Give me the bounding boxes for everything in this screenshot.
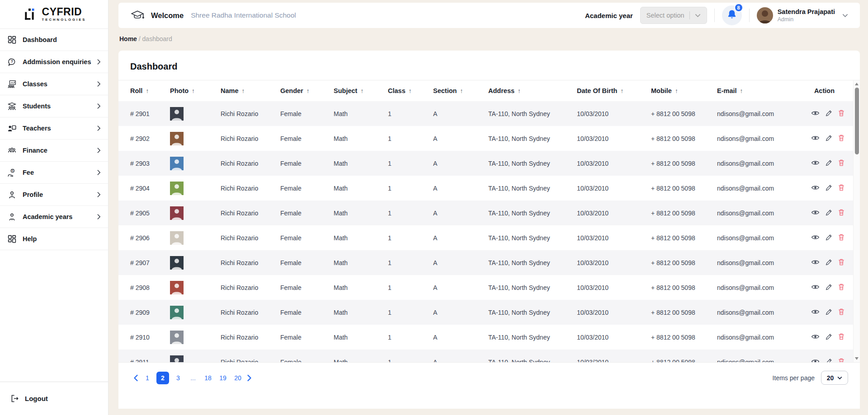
column-header-e-mail[interactable]: E-mail↑ bbox=[717, 80, 803, 101]
edit-button[interactable] bbox=[826, 110, 832, 118]
cell-roll: # 2907 bbox=[118, 250, 170, 275]
cell-mobile: + 8812 00 5098 bbox=[651, 201, 717, 225]
sidebar-item-help[interactable]: Help bbox=[0, 228, 108, 250]
delete-button[interactable] bbox=[838, 358, 844, 363]
next-page-button[interactable] bbox=[244, 374, 255, 382]
trash-icon bbox=[838, 283, 844, 292]
column-header-section[interactable]: Section↑ bbox=[433, 80, 488, 101]
delete-button[interactable] bbox=[838, 233, 844, 242]
cell-photo bbox=[170, 225, 221, 250]
hand-coin-icon: $ bbox=[7, 168, 17, 177]
scrollbar-down-arrow-icon[interactable] bbox=[855, 357, 859, 360]
scrollbar-up-arrow-icon[interactable] bbox=[855, 83, 859, 85]
view-button[interactable] bbox=[811, 359, 820, 363]
delete-button[interactable] bbox=[838, 209, 844, 217]
notifications-button[interactable]: 8 bbox=[722, 5, 742, 25]
column-header-gender[interactable]: Gender↑ bbox=[280, 80, 334, 101]
edit-button[interactable] bbox=[826, 234, 832, 242]
view-button[interactable] bbox=[811, 309, 820, 316]
page-button-3[interactable]: 3 bbox=[172, 372, 184, 384]
page-button-2[interactable]: 2 bbox=[156, 372, 169, 384]
cell-mobile: + 8812 00 5098 bbox=[651, 350, 717, 363]
logo: CYFRID TECHNOLOGIES bbox=[0, 0, 108, 29]
items-per-page-select[interactable]: 20 bbox=[821, 371, 848, 385]
edit-button[interactable] bbox=[826, 333, 832, 341]
sidebar: CYFRID TECHNOLOGIES Dashboard?Addmission… bbox=[0, 0, 108, 415]
edit-button[interactable] bbox=[826, 184, 832, 192]
sidebar-item-teachers[interactable]: Teachers bbox=[0, 117, 108, 140]
delete-button[interactable] bbox=[838, 184, 844, 192]
delete-button[interactable] bbox=[838, 283, 844, 292]
page-number-list: 123...181920 bbox=[142, 372, 244, 384]
column-header-subject[interactable]: Subject↑ bbox=[334, 80, 388, 101]
scrollbar-thumb[interactable] bbox=[855, 88, 859, 154]
edit-button[interactable] bbox=[826, 209, 832, 217]
cell-name: Richi Rozario bbox=[221, 250, 280, 275]
cell-roll: # 2905 bbox=[118, 201, 170, 225]
delete-button[interactable] bbox=[838, 333, 844, 341]
edit-button[interactable] bbox=[826, 284, 832, 292]
view-button[interactable] bbox=[811, 110, 820, 117]
delete-button[interactable] bbox=[838, 134, 844, 143]
previous-page-button[interactable] bbox=[130, 374, 142, 382]
student-photo bbox=[170, 231, 221, 245]
edit-button[interactable] bbox=[826, 135, 832, 143]
column-header-roll[interactable]: Roll↑ bbox=[118, 80, 170, 101]
column-header-photo[interactable]: Photo↑ bbox=[170, 80, 221, 101]
logout-button[interactable]: Logout bbox=[0, 382, 108, 415]
user-menu[interactable]: Satendra Prajapati Admin bbox=[757, 7, 848, 23]
view-button[interactable] bbox=[811, 185, 820, 192]
cell-gender: Female bbox=[280, 201, 334, 225]
delete-button[interactable] bbox=[838, 159, 844, 168]
sidebar-item-fee[interactable]: $Fee bbox=[0, 162, 108, 184]
sidebar-item-students[interactable]: Students bbox=[0, 95, 108, 117]
column-header-mobile[interactable]: Mobile↑ bbox=[651, 80, 717, 101]
cell-dob: 10/03/2010 bbox=[577, 225, 651, 250]
cell-gender: Female bbox=[280, 300, 334, 325]
edit-button[interactable] bbox=[826, 259, 832, 267]
breadcrumb-current: dashboard bbox=[142, 35, 172, 42]
view-button[interactable] bbox=[811, 259, 820, 266]
sidebar-item-addmission-enquiries[interactable]: ?Addmission enquiries bbox=[0, 51, 108, 73]
view-button[interactable] bbox=[811, 234, 820, 242]
breadcrumb-home-link[interactable]: Home bbox=[119, 35, 137, 42]
column-header-class[interactable]: Class↑ bbox=[388, 80, 433, 101]
page-button-20[interactable]: 20 bbox=[232, 372, 244, 384]
notification-badge: 8 bbox=[734, 3, 743, 12]
column-header-date-of-birth[interactable]: Date Of Birth↑ bbox=[577, 80, 651, 101]
cell-mobile: + 8812 00 5098 bbox=[651, 275, 717, 300]
column-header-address[interactable]: Address↑ bbox=[488, 80, 577, 101]
delete-button[interactable] bbox=[838, 258, 844, 267]
cell-dob: 10/03/2010 bbox=[577, 350, 651, 363]
page-button-18[interactable]: 18 bbox=[202, 372, 214, 384]
page-button-1[interactable]: 1 bbox=[142, 372, 153, 384]
view-button[interactable] bbox=[811, 284, 820, 291]
cell-mobile: + 8812 00 5098 bbox=[651, 151, 717, 176]
view-button[interactable] bbox=[811, 135, 820, 142]
cell-email: ndisons@gmail.com bbox=[717, 176, 803, 201]
sidebar-item-finance[interactable]: Finance bbox=[0, 140, 108, 162]
column-header-name[interactable]: Name↑ bbox=[221, 80, 280, 101]
view-button[interactable] bbox=[811, 210, 820, 217]
sidebar-item-profile[interactable]: Profile bbox=[0, 184, 108, 206]
view-button[interactable] bbox=[811, 160, 820, 167]
cell-address: TA-110, North Sydney bbox=[488, 300, 577, 325]
page-button-19[interactable]: 19 bbox=[217, 372, 229, 384]
sidebar-item-classes[interactable]: Classes bbox=[0, 73, 108, 95]
cell-dob: 10/03/2010 bbox=[577, 201, 651, 225]
delete-button[interactable] bbox=[838, 109, 844, 118]
edit-button[interactable] bbox=[826, 159, 832, 168]
edit-button[interactable] bbox=[826, 308, 832, 317]
sidebar-item-dashboard[interactable]: Dashboard bbox=[0, 29, 108, 51]
cell-class: 1 bbox=[388, 101, 433, 126]
view-button[interactable] bbox=[811, 334, 820, 341]
select-divider bbox=[689, 11, 690, 19]
user-role: Admin bbox=[778, 16, 835, 23]
academic-year-select[interactable]: Select option bbox=[640, 7, 707, 24]
cell-subject: Math bbox=[334, 225, 388, 250]
delete-button[interactable] bbox=[838, 308, 844, 317]
chevron-down-icon bbox=[842, 14, 848, 18]
sidebar-item-academic-years[interactable]: Academic years bbox=[0, 206, 108, 228]
sort-ascending-icon: ↑ bbox=[307, 88, 310, 94]
edit-button[interactable] bbox=[826, 358, 832, 363]
